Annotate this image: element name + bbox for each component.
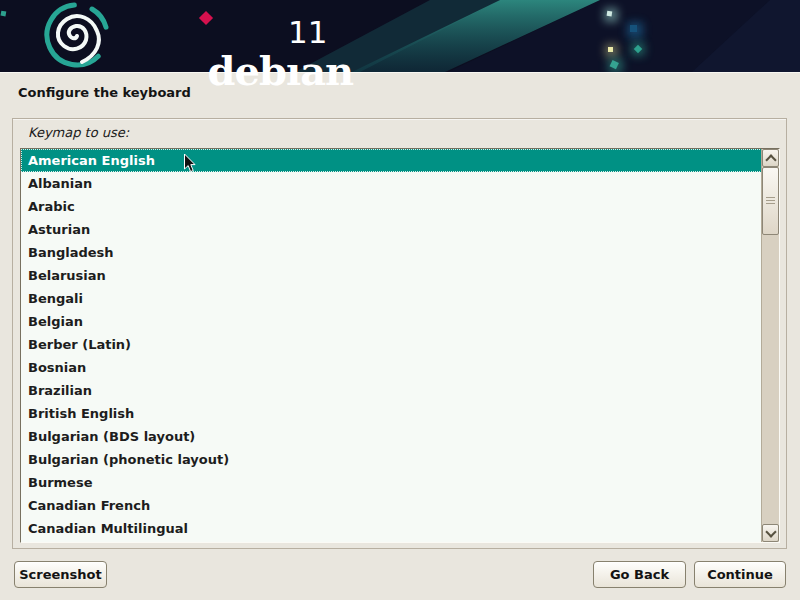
keymap-list-item[interactable]: British English xyxy=(21,402,762,425)
scroll-up-button[interactable] xyxy=(762,149,779,167)
keymap-list-item[interactable]: Burmese xyxy=(21,471,762,494)
page-title: Configure the keyboard xyxy=(18,85,191,100)
mouse-cursor-icon xyxy=(183,153,197,174)
chevron-down-icon xyxy=(765,526,776,537)
debian-installer-window: debıan 11 Configure the keyboard Keymap … xyxy=(0,0,800,600)
keymap-list-item[interactable]: Bengali xyxy=(21,287,762,310)
keymap-list-item[interactable]: Arabic xyxy=(21,195,762,218)
scrollbar-thumb[interactable] xyxy=(762,167,779,235)
keymap-list-item[interactable]: Bulgarian (BDS layout) xyxy=(21,425,762,448)
keymap-list-item[interactable]: Canadian French xyxy=(21,494,762,517)
banner: debıan 11 xyxy=(0,0,800,73)
keymap-list-item[interactable]: Bulgarian (phonetic layout) xyxy=(21,448,762,471)
keymap-frame: Keymap to use: American EnglishAlbanianA… xyxy=(12,118,787,549)
keymap-list-item[interactable]: Bangladesh xyxy=(21,241,762,264)
banner-decoration xyxy=(0,0,800,72)
keymap-list-item[interactable]: Albanian xyxy=(21,172,762,195)
vertical-scrollbar[interactable] xyxy=(761,149,779,542)
keymap-label: Keymap to use: xyxy=(28,125,129,140)
keymap-list-item[interactable]: Asturian xyxy=(21,218,762,241)
continue-button[interactable]: Continue xyxy=(694,561,786,588)
keymap-list-item[interactable]: Bosnian xyxy=(21,356,762,379)
keymap-list-item[interactable]: Belgian xyxy=(21,310,762,333)
debian-version: 11 xyxy=(288,17,327,48)
debian-i-diamond-icon xyxy=(199,11,213,25)
chevron-up-icon xyxy=(765,154,776,165)
keymap-list-item[interactable]: Berber (Latin) xyxy=(21,333,762,356)
screenshot-button[interactable]: Screenshot xyxy=(14,561,107,588)
go-back-button[interactable]: Go Back xyxy=(593,561,686,588)
keymap-listbox: American EnglishAlbanianArabicAsturianBa… xyxy=(20,148,780,543)
scroll-down-button[interactable] xyxy=(762,524,779,542)
keymap-list-item[interactable]: American English xyxy=(21,149,762,172)
debian-swirl-icon xyxy=(42,1,112,71)
debian-wordmark-text: debıan xyxy=(208,47,354,94)
keymap-list-item[interactable]: Canadian Multilingual xyxy=(21,517,762,540)
keymap-list-item[interactable]: Brazilian xyxy=(21,379,762,402)
keymap-list: American EnglishAlbanianArabicAsturianBa… xyxy=(21,149,762,542)
keymap-list-item[interactable]: Belarusian xyxy=(21,264,762,287)
